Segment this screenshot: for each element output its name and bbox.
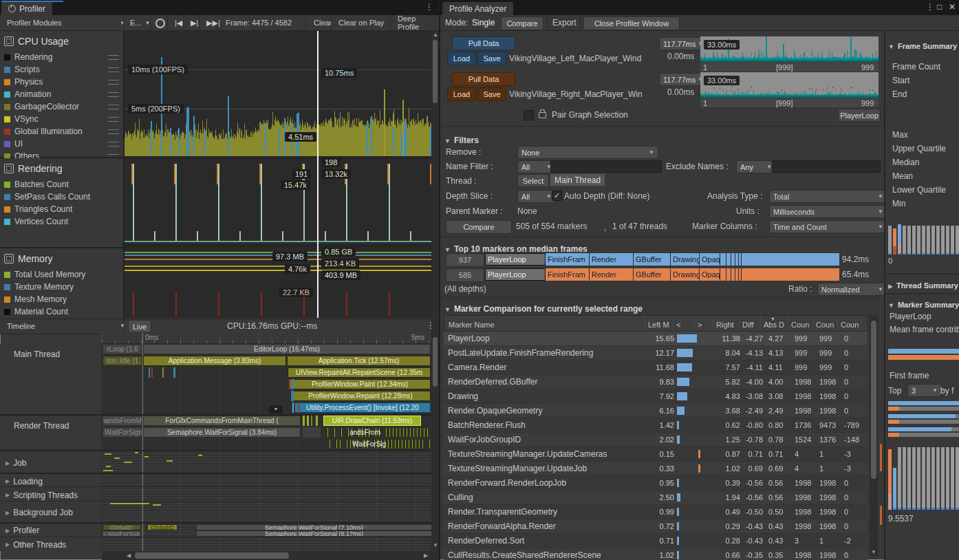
top10-segment[interactable]: FinishFram xyxy=(546,268,590,281)
thread-row-job[interactable]: ▶Job xyxy=(0,452,102,474)
timeline-span[interactable]: ProfilerWindow.Repaint (12.28ms) xyxy=(290,391,431,401)
exclude-mode-dropdown[interactable]: Any▼ xyxy=(736,160,776,173)
top10-segment[interactable] xyxy=(739,253,742,266)
top10-segment[interactable]: FinishFram xyxy=(546,253,590,266)
column-header[interactable]: Abs D▼ xyxy=(761,316,788,331)
mode-single-button[interactable]: Single xyxy=(472,18,495,28)
table-row[interactable]: TextureStreamingManager.UpdateCameras0.1… xyxy=(444,447,868,462)
close-icon[interactable]: ✕ xyxy=(949,2,956,12)
thread-select-button[interactable]: Select xyxy=(517,174,549,187)
table-row[interactable]: Culling2.501.94-0.560.56199819980 xyxy=(444,491,868,505)
timeline-span[interactable]: Semaphore.WaitForSignal (8.17ms) xyxy=(196,530,432,537)
timeline-span[interactable]: tion.Idle (1 xyxy=(103,356,142,366)
timeline-h-scrollbar[interactable] xyxy=(135,552,289,559)
legend-item[interactable]: Texture Memory xyxy=(0,281,123,293)
timeline-span[interactable]: Semaphore.WaitForSignal (7.10ms) xyxy=(196,524,432,530)
live-button[interactable]: Live xyxy=(128,320,151,333)
frame-summary-collapse-icon[interactable]: ▼ xyxy=(888,43,894,50)
legend-item[interactable]: Vertices Count xyxy=(0,215,123,228)
column-header[interactable]: Right xyxy=(713,316,740,331)
timeline-span[interactable]: GlobalID xyxy=(147,524,177,530)
drag-handle-icon[interactable] xyxy=(108,142,119,147)
legend-item[interactable]: UI xyxy=(0,138,123,150)
column-header[interactable]: > xyxy=(695,316,713,331)
legend-item[interactable]: GarbageCollector xyxy=(0,100,123,113)
timeline-span[interactable]: GlobalD: xyxy=(103,524,141,530)
table-row[interactable]: Render.OpaqueGeometry6.163.68-2.492.4919… xyxy=(444,404,868,418)
legend-item[interactable]: SetPass Calls Count xyxy=(0,191,123,203)
timeline-span[interactable]: ForGfxCommandsFromMainThread ( xyxy=(143,416,301,426)
top10-segment[interactable]: GBuffer xyxy=(634,268,671,281)
exclude-names-input[interactable] xyxy=(772,160,881,173)
table-row[interactable]: BatchRenderer.Flush1.420.62-0.800.801736… xyxy=(444,418,868,433)
thread-row-main-thread[interactable]: Main Thread xyxy=(0,344,102,415)
name-filter-input[interactable] xyxy=(550,160,662,173)
disclosure-triangle-icon[interactable]: ▶ xyxy=(6,510,10,516)
legend-item[interactable]: Rendering xyxy=(0,51,123,63)
column-header[interactable]: < xyxy=(674,316,695,331)
depth-slice-dropdown[interactable]: All▼ xyxy=(517,190,556,203)
drag-handle-icon[interactable] xyxy=(108,105,119,109)
remove-dropdown[interactable]: None▼ xyxy=(517,146,658,159)
editor-target-dropdown[interactable]: E...▼ xyxy=(125,15,155,30)
top10-segment[interactable]: PlayerLoop xyxy=(485,268,546,281)
load-right-button[interactable]: Load xyxy=(447,87,476,101)
marker-histogram[interactable] xyxy=(888,444,959,510)
top10-segment[interactable]: Opaque xyxy=(700,268,720,281)
compare-button[interactable]: Compare xyxy=(446,220,512,234)
pull-data-left-button[interactable]: Pull Data xyxy=(452,36,515,50)
timeline-span-partial[interactable]: andsFrom xyxy=(349,429,380,436)
table-row[interactable]: WaitForJobGroupID2.021.25-0.780.78152413… xyxy=(444,433,868,447)
legend-item[interactable]: VSync xyxy=(0,113,123,125)
timeline-span[interactable]: mandsFromMa xyxy=(103,416,142,426)
column-header[interactable]: Left M xyxy=(645,316,674,331)
h-scroll-right-icon[interactable]: ▶ xyxy=(424,552,428,559)
analysis-type-dropdown[interactable]: Total▼ xyxy=(769,190,887,203)
save-left-button[interactable]: Save xyxy=(477,52,506,65)
thread-row-scripting-threads[interactable]: ▶Scripting Threads xyxy=(0,488,102,502)
legend-item[interactable]: Animation xyxy=(0,88,123,100)
table-row[interactable]: Drawing7.924.83-3.083.08199819980 xyxy=(444,389,868,404)
disclosure-triangle-icon[interactable]: ▶ xyxy=(6,528,10,534)
selected-marker-chip[interactable]: PlayerLoop xyxy=(838,109,881,122)
drag-handle-icon[interactable] xyxy=(108,55,119,60)
legend-item[interactable]: Batches Count xyxy=(0,178,123,191)
selected-frame-line[interactable] xyxy=(317,31,319,318)
pull-data-right-button[interactable]: Pull Data xyxy=(452,72,515,86)
disclosure-triangle-icon[interactable]: ▶ xyxy=(6,541,10,548)
table-row[interactable]: RenderForwardAlpha.Render0.720.29-0.430.… xyxy=(444,519,868,534)
legend-item[interactable]: Global Illumination xyxy=(0,125,123,138)
timeline-span[interactable]: EditorLoop (16.47ms) xyxy=(143,344,431,354)
table-row[interactable]: PlayerLoop15.6511.38-4.274.279999990 xyxy=(444,332,868,346)
comparison-table-header[interactable]: Marker NameLeft M<>RightDiffAbs D▼CounCo… xyxy=(444,315,868,332)
comparison-collapse-icon[interactable]: ▼ xyxy=(444,306,451,313)
h-scroll-left-icon[interactable]: ◀ xyxy=(127,552,131,559)
top10-segment[interactable]: Render xyxy=(590,253,634,266)
export-button[interactable]: Export xyxy=(552,18,577,28)
top10-segment[interactable] xyxy=(720,268,726,281)
timeline-collapse-button[interactable]: ▼ xyxy=(269,405,283,413)
top10-segment[interactable]: Render xyxy=(590,268,634,281)
thread-row-render-thread[interactable]: Render Thread xyxy=(0,416,102,451)
timeline-span[interactable]: Semaphore.WaitForSignal (3.84ms) xyxy=(143,427,301,438)
drag-handle-icon[interactable] xyxy=(108,129,119,134)
legend-item[interactable]: Material Count xyxy=(0,305,123,318)
top10-segment[interactable]: Drawing xyxy=(671,253,700,266)
tab-profiler[interactable]: Profiler xyxy=(1,2,52,15)
auto-depth-checkbox[interactable]: ✓ xyxy=(552,191,562,201)
tab-profile-analyzer[interactable]: Profile Analyzer xyxy=(442,2,513,15)
top-frames-bars[interactable] xyxy=(888,401,959,440)
table-row[interactable]: PostLateUpdate.FinishFrameRendering12.17… xyxy=(444,346,868,360)
module-header[interactable]: CPU Usage xyxy=(0,31,123,51)
clear-on-play-button[interactable]: Clear on Play xyxy=(333,15,389,30)
timeline-span[interactable]: Application.Tick (12.57ms) xyxy=(287,356,431,366)
timeline-scroll-down-icon[interactable]: ▼ xyxy=(433,542,438,548)
profiler-modules-dropdown[interactable]: Profiler Modules▼ xyxy=(1,15,131,30)
close-profiler-window-button[interactable]: Close Profiler Window xyxy=(583,17,680,30)
chart-scrollbar[interactable] xyxy=(433,40,438,103)
top10-segment[interactable]: PlayerLoop xyxy=(485,253,546,266)
timeline-span[interactable]: UIView.RepaintAll.RepaintScene (12.35m xyxy=(288,367,431,378)
filters-collapse-icon[interactable]: ▼ xyxy=(444,138,451,144)
timeline-span[interactable]: e.WaitForSigna xyxy=(103,427,142,438)
ratio-dropdown[interactable]: Normalized▼ xyxy=(817,283,887,296)
